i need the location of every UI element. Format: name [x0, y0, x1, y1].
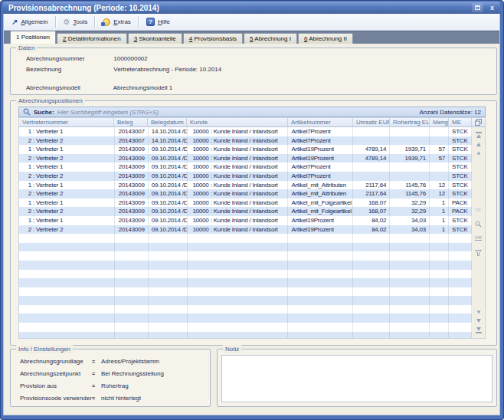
- cell-rohertrag: [390, 127, 430, 136]
- column-header-belegdatum[interactable]: Belegdatum: [148, 117, 187, 127]
- toolbar-allgemein-button[interactable]: ↗ Allgemein: [7, 15, 53, 29]
- cell-vertreter: [19, 287, 115, 297]
- tab-positionen[interactable]: 1 Positionen: [10, 31, 56, 44]
- cell-beleg: 20143009: [115, 162, 149, 172]
- page-down-button[interactable]: [476, 319, 481, 323]
- notiz-textarea[interactable]: [221, 355, 493, 402]
- table-row[interactable]: 2 : Vertreter 22014300909.10.2014 /Do100…: [19, 172, 472, 181]
- page-up-button[interactable]: [476, 143, 481, 146]
- column-header-me[interactable]: ME: [449, 117, 472, 127]
- cell-beleg: [115, 332, 149, 339]
- cell-menge: [430, 261, 449, 270]
- column-header-beleg[interactable]: Beleg: [114, 117, 148, 127]
- column-header-artikelnummer[interactable]: Artikelnummer: [288, 117, 353, 127]
- equals-bullet-icon: =: [92, 395, 101, 402]
- go-to-first-button[interactable]: [476, 132, 482, 138]
- cell-kunde: 10000 : Kunde Inland / Inlandsort: [188, 207, 289, 216]
- cell-belegdatum: 09.10.2014 /Do: [149, 162, 188, 172]
- table-row[interactable]: 2 : Vertreter 22014300909.10.2014 /Do100…: [19, 225, 472, 235]
- cell-rohertrag: [390, 270, 430, 279]
- cell-rohertrag: [390, 234, 430, 243]
- table-row[interactable]: 1 : Vertreter 12014300909.10.2014 /Do100…: [19, 199, 472, 208]
- table-row[interactable]: 2 : Vertreter 22014300909.10.2014 /Do100…: [19, 207, 472, 216]
- next-record-button[interactable]: [476, 310, 481, 314]
- cell-kunde: [188, 332, 289, 339]
- cell-artikelnummer: [288, 278, 353, 287]
- maximize-button[interactable]: [472, 3, 483, 12]
- cell-umsatz: [353, 136, 390, 146]
- table-row[interactable]: 1 : Vertreter 12014300909.10.2014 /Do100…: [19, 162, 472, 172]
- table-row[interactable]: 1 : Vertreter 12014300909.10.2014 /Do100…: [19, 216, 472, 225]
- cell-menge: [430, 136, 449, 146]
- table-body: 1 : Vertreter 12014300714.10.2014 /Di100…: [18, 127, 472, 339]
- cell-rohertrag: [390, 162, 430, 172]
- cell-umsatz: [353, 305, 390, 314]
- filter-button[interactable]: [475, 245, 482, 259]
- info-value: Bei Rechnungsstellung: [101, 370, 205, 378]
- cell-menge: 1: [430, 225, 449, 235]
- cell-menge: [430, 305, 449, 314]
- cell-kunde: 10000 : Kunde Inland / Inlandsort: [188, 136, 289, 146]
- title-bar: Provisionsabrechnung (Periode: 10.2014) …: [3, 2, 500, 14]
- toolbar-tools-button[interactable]: ⚙ Tools: [59, 15, 93, 29]
- column-header-menge[interactable]: Menge: [430, 117, 449, 127]
- cell-rohertrag: 34,03: [390, 216, 430, 225]
- table-search-button[interactable]: [475, 217, 482, 231]
- column-select-header[interactable]: [472, 117, 486, 127]
- cell-me: [449, 332, 472, 339]
- close-button[interactable]: x: [486, 3, 498, 12]
- cell-rohertrag: [390, 251, 430, 261]
- page-down-icon: [476, 319, 481, 323]
- cell-beleg: [115, 234, 149, 243]
- cell-vertreter: 2 : Vertreter 2: [19, 207, 115, 216]
- column-header-rohertrag[interactable]: Rohertrag EUR: [390, 117, 430, 127]
- main-toolbar: ↗ Allgemein ⚙ Tools Extras ? Hilfe: [4, 14, 499, 31]
- column-header-umsatz[interactable]: Umsatz EUR: [353, 117, 390, 127]
- previous-record-button[interactable]: [476, 151, 481, 155]
- cell-beleg: [115, 270, 149, 279]
- cell-rohertrag: [390, 332, 430, 339]
- table-row[interactable]: 1 : Vertreter 12014300909.10.2014 /Do100…: [19, 145, 472, 154]
- table-row[interactable]: 2 : Vertreter 22014300909.10.2014 /Do100…: [19, 154, 472, 163]
- cell-me: STCK: [449, 127, 472, 136]
- columns-button[interactable]: |||: [476, 207, 482, 212]
- go-to-last-button[interactable]: [476, 327, 482, 333]
- tab-abrechnung-i[interactable]: 5 Abrechnung I: [244, 33, 297, 44]
- cell-kunde: [188, 323, 289, 332]
- window-title: Provisionsabrechnung (Periode: 10.2014): [8, 4, 472, 12]
- columns-icon: |||: [476, 207, 482, 212]
- column-header-vertreter[interactable]: Vertreternummer: [18, 117, 114, 127]
- record-count-button[interactable]: 345: [475, 235, 482, 241]
- tab-provisionsbasis[interactable]: 4 Provisionsbasis: [183, 33, 243, 44]
- positions-table: VertreternummerBelegBelegdatumKundeArtik…: [18, 117, 486, 339]
- table-row[interactable]: 1 : Vertreter 12014300909.10.2014 /Do100…: [19, 181, 472, 190]
- cell-me: [449, 278, 472, 287]
- cell-belegdatum: 09.10.2014 /Do: [149, 172, 188, 181]
- equals-bullet-icon: =: [92, 382, 101, 390]
- cell-me: STCK: [449, 145, 472, 154]
- cell-beleg: 20143009: [115, 181, 149, 190]
- cell-kunde: [188, 296, 289, 305]
- cell-me: STCK: [449, 225, 472, 235]
- equals-bullet-icon: =: [92, 358, 101, 366]
- toolbar-extras-button[interactable]: Extras: [98, 15, 136, 29]
- cell-kunde: 10000 : Kunde Inland / Inlandsort: [188, 189, 289, 199]
- table-row[interactable]: 2 : Vertreter 22014300714.10.2014 /Di100…: [19, 136, 472, 146]
- cell-artikelnummer: Artikel19Prozent: [288, 145, 353, 154]
- cell-kunde: 10000 : Kunde Inland / Inlandsort: [188, 145, 289, 154]
- table-row[interactable]: 1 : Vertreter 12014300714.10.2014 /Di100…: [19, 127, 472, 136]
- cell-artikelnummer: Artikel19Prozent: [288, 225, 353, 235]
- cell-beleg: 20143009: [115, 216, 149, 225]
- toolbar-hilfe-button[interactable]: ? Hilfe: [142, 15, 175, 29]
- cell-artikelnummer: Artikel_mit_Attributen: [288, 181, 353, 190]
- table-row[interactable]: 2 : Vertreter 22014300909.10.2014 /Do100…: [19, 189, 472, 199]
- cell-vertreter: [19, 296, 115, 305]
- column-header-kunde[interactable]: Kunde: [187, 117, 288, 127]
- search-input[interactable]: [57, 108, 417, 116]
- cell-vertreter: 1 : Vertreter 1: [19, 145, 115, 154]
- tab-abrechnung-ii[interactable]: 6 Abrechnung II: [298, 33, 353, 44]
- cell-me: [449, 305, 472, 314]
- tab-detailinformationen[interactable]: 2 Detailinformationen: [57, 33, 127, 44]
- tab-skontoanteile[interactable]: 3 Skontoanteile: [128, 33, 182, 44]
- bezeichnung-label: Bezeichnung: [26, 66, 112, 73]
